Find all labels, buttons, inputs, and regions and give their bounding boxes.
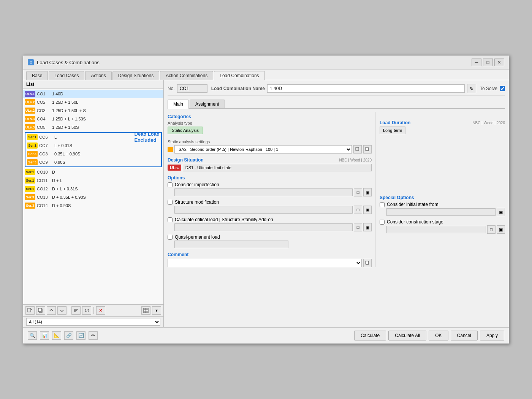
list-item[interactable]: ULs.3 CO5 1.25D + 1.50S [23,123,163,131]
tab-base[interactable]: Base [26,71,48,80]
co-number: CO3 [37,108,51,113]
to-solve-checkbox[interactable] [500,86,505,91]
main-window: ⚙ Load Cases & Combinations ─ □ ✕ Base L… [23,55,509,344]
spec-opt2-check[interactable] [380,220,385,225]
opt4-check[interactable] [168,235,173,240]
spec-opt1-group: Consider initial state from ▣ [380,202,505,216]
badge-ser3: Ser.3 [27,151,38,157]
comment-copy-button[interactable] [363,259,372,267]
opt4-input [174,241,288,248]
ok-button[interactable]: OK [429,331,448,340]
svg-rect-4 [38,308,41,312]
opt2-check[interactable] [168,200,173,205]
co-formula: 1.40D [52,92,162,96]
sa-copy-button[interactable] [363,145,372,154]
search-tool-button[interactable]: 🔍 [28,331,37,340]
list-item[interactable]: Ser.3 CO9 0.90S [25,158,161,166]
badge-ser1: Ser.1 [27,134,38,140]
calculate-button[interactable]: Calculate [354,331,386,340]
tab-main[interactable]: Main [168,100,189,109]
list-item[interactable]: Ser.1 CO10 D [23,168,163,176]
spec-opt2-input-row: □ ▣ [386,225,505,234]
opt2-btn1[interactable]: □ [354,206,362,214]
menu-button[interactable]: ▾ [152,306,161,315]
cancel-button[interactable]: Cancel [451,331,478,340]
sort-button[interactable] [71,306,81,315]
co-formula: 0.90S [54,160,160,165]
move-up-button[interactable] [47,306,56,315]
edit-tool-button[interactable]: ✏ [89,331,98,340]
copy-item-button[interactable] [36,306,45,315]
edit-name-button[interactable]: ✎ [467,84,476,93]
opt2-btn2[interactable]: ▣ [363,206,372,214]
opt1-btn2[interactable]: ▣ [363,188,372,196]
opt1-btn1[interactable]: □ [354,188,362,196]
opt2-input-row: □ ▣ [174,206,372,214]
list-item[interactable]: Ser.1 CO11 D + L [23,176,163,185]
spec-opt1-btn[interactable]: ▣ [497,208,505,216]
opt3-btn2[interactable]: ▣ [363,223,372,231]
close-button[interactable]: ✕ [494,59,504,66]
minimize-button[interactable]: ─ [472,59,481,66]
list-item[interactable]: Ser.1 CO6 L Dead Load Excluded [25,133,161,141]
opt1-label: Consider imperfection [175,182,219,187]
opt3-input [174,223,353,231]
tab-actions[interactable]: Actions [85,71,111,80]
co-number: CO14 [37,203,51,208]
tab-load-cases[interactable]: Load Cases [49,71,84,80]
list-filter-select[interactable]: All (14) [26,318,160,326]
spec-opt2-btn1[interactable]: □ [487,225,496,234]
options-group: Options Consider imperfection □ [168,175,372,248]
co-formula: 1.25D + 1.50S [52,125,162,130]
opt3-input-row: □ ▣ [174,223,372,231]
move-down-button[interactable] [57,306,66,315]
main-tab-content: Categories Analysis type Static Analysis… [168,112,505,267]
list-item[interactable]: Ser.3 CO13 D + 0.35L + 0.90S [23,193,163,201]
inner-tab-bar: Main Assignment [168,100,505,109]
list-item[interactable]: ULs.2 CO2 1.25D + 1.50L [23,98,163,106]
chart-tool-button[interactable]: 📊 [40,331,49,340]
opt3-check[interactable] [168,217,173,222]
list-item[interactable]: ULs.3 CO4 1.25D + L + 1.50S [23,115,163,123]
no-group: No. CO1 [168,84,207,93]
sa-select[interactable]: SA2 - Second-order (P-Δ) | Newton-Raphso… [174,145,352,154]
opt3-row: Calculate critical load | Structure Stab… [168,217,372,222]
name-input[interactable] [267,84,465,93]
tab-assignment[interactable]: Assignment [190,100,225,108]
opt1-check[interactable] [168,182,173,187]
app-icon: ⚙ [28,59,34,65]
tab-action-combinations[interactable]: Action Combinations [160,71,213,80]
sa-edit-button[interactable] [353,145,362,154]
maximize-button[interactable]: □ [483,59,493,66]
new-item-button[interactable] [25,306,35,315]
svg-rect-0 [28,308,31,312]
opt3-btn1[interactable]: □ [354,223,362,231]
co-formula: D + 0.90S [52,203,162,208]
main-tab-bar: Base Load Cases Actions Design Situation… [23,70,509,80]
comment-select[interactable] [168,259,362,267]
tab-design-situations[interactable]: Design Situations [112,71,159,80]
numbering-button[interactable]: 1/2 [82,306,91,315]
apply-button[interactable]: Apply [480,331,504,340]
list-item[interactable]: Ser.3 CO14 D + 0.90S [23,201,163,210]
list-item[interactable]: ULs.2 CO3 1.25D + 1.50L + S [23,106,163,115]
opt1-input-row: □ ▣ [174,188,372,196]
refresh-tool-button[interactable]: 🔄 [76,331,86,340]
spec-opt1-check[interactable] [380,202,385,207]
co-formula: L + 0.31S [54,143,160,148]
measure-tool-button[interactable]: 📐 [52,331,61,340]
list-item[interactable]: Ser.1 CO12 D + L + 0.31S [23,185,163,193]
list-item[interactable]: ULs.1 CO1 1.40D [23,90,163,98]
calculate-all-button[interactable]: Calculate All [388,331,426,340]
list-item[interactable]: Ser.3 CO8 0.35L + 0.90S [25,150,161,158]
opt4-row: Quasi-permanent load [168,234,372,240]
spec-opt2-btn2[interactable]: ▣ [497,225,505,234]
co-formula: L [54,135,130,139]
link-tool-button[interactable]: 🔗 [64,331,73,340]
opt2-group: Structure modification □ ▣ [168,200,372,214]
delete-button[interactable]: ✕ [96,306,105,315]
table-button[interactable] [141,306,150,315]
special-options-label: Special Options [380,195,505,200]
tab-load-combinations[interactable]: Load Combinations [214,71,264,80]
options-label: Options [168,175,372,180]
